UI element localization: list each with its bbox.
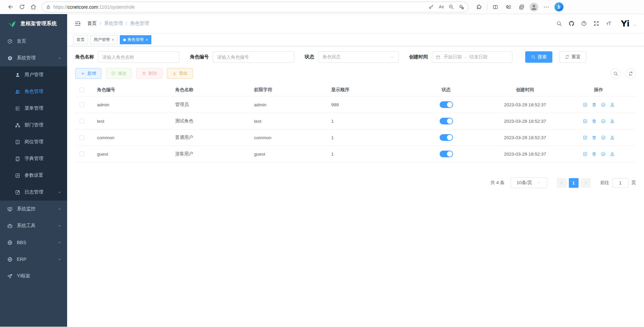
next-page-button[interactable] <box>581 178 591 188</box>
row-checkbox[interactable] <box>80 152 84 156</box>
col-perm-string: 权限字符 <box>251 87 328 93</box>
tab-user-mgmt[interactable]: 用户管理× <box>90 35 117 44</box>
sidebar-item-post-mgmt[interactable]: 岗位管理 <box>0 133 67 150</box>
role-name-input[interactable] <box>98 51 180 63</box>
github-icon[interactable] <box>568 20 575 26</box>
search-button[interactable]: 搜索 <box>525 51 552 63</box>
url-text[interactable]: https://ccnetcore.com:1101/system/role <box>53 4 135 10</box>
breadcrumb-home[interactable]: 首页 <box>87 20 97 26</box>
sidebar-item-system[interactable]: 系统管理 <box>0 50 67 66</box>
sidebar-item-dept-mgmt[interactable]: 部门管理 <box>0 117 67 133</box>
fullscreen-icon[interactable] <box>593 20 599 26</box>
favorites-bar-icon[interactable] <box>503 2 513 12</box>
home-icon[interactable] <box>28 1 39 13</box>
status-toggle[interactable] <box>440 134 453 141</box>
col-role-code: 角色编号 <box>89 87 172 93</box>
add-button[interactable]: 新增 <box>75 68 101 79</box>
reload-icon[interactable] <box>16 1 28 13</box>
row-checkbox[interactable] <box>80 102 84 107</box>
sidebar-logo[interactable]: 意框架管理系统 <box>0 14 67 33</box>
status-toggle[interactable] <box>440 101 453 108</box>
chevron-down-icon[interactable] <box>633 23 637 27</box>
sidebar-item-param-settings[interactable]: 参数设置 <box>0 167 67 184</box>
address-bar[interactable]: https://ccnetcore.com:1101/system/role <box>42 2 468 12</box>
check-circle-icon[interactable] <box>601 119 606 124</box>
assign-user-icon[interactable] <box>610 135 615 140</box>
edit-icon[interactable] <box>583 135 588 140</box>
edit-icon[interactable] <box>583 152 588 157</box>
sidebar-item-log-mgmt[interactable]: 日志管理 <box>0 184 67 201</box>
check-circle-icon[interactable] <box>601 152 606 157</box>
goto-page-input[interactable] <box>612 178 629 188</box>
export-button[interactable]: 导出 <box>167 68 193 79</box>
edit-icon[interactable] <box>583 119 588 124</box>
page-number-button[interactable]: 1 <box>569 178 579 188</box>
status-toggle[interactable] <box>440 151 453 157</box>
sidebar-item-menu-mgmt[interactable]: 菜单管理 <box>0 100 67 117</box>
delete-icon[interactable] <box>592 102 597 107</box>
reset-button[interactable]: 重置 <box>559 51 586 63</box>
search-circle-icon[interactable] <box>610 68 621 79</box>
sidebar-item-tools[interactable]: 系统工具 <box>0 217 67 234</box>
edit-icon[interactable] <box>583 102 588 107</box>
status-toggle[interactable] <box>440 118 453 124</box>
sidebar-item-erp[interactable]: ERP <box>0 251 67 268</box>
tab-role-mgmt[interactable]: 角色管理× <box>120 35 151 44</box>
sidebar-item-role-mgmt[interactable]: 角色管理 <box>0 83 67 100</box>
page-size-select[interactable]: 10条/页 <box>510 177 547 188</box>
download-icon <box>172 71 177 76</box>
more-icon[interactable] <box>541 2 551 12</box>
sidebar-item-monitor[interactable]: 系统监控 <box>0 201 67 217</box>
prev-page-button[interactable] <box>557 178 566 188</box>
font-size-icon[interactable] <box>606 20 612 26</box>
sidebar-item-user-mgmt[interactable]: 用户管理 <box>0 66 67 83</box>
extensions-icon[interactable] <box>474 2 484 12</box>
status-select[interactable]: 角色状态 <box>318 51 399 63</box>
check-circle-icon[interactable] <box>601 102 606 107</box>
role-code-input[interactable] <box>213 51 294 63</box>
close-icon[interactable]: × <box>146 38 148 42</box>
delete-icon[interactable] <box>592 119 597 124</box>
delete-button[interactable]: 删除 <box>136 68 162 79</box>
profile-avatar[interactable] <box>530 3 538 11</box>
help-icon[interactable] <box>581 20 587 26</box>
plus-icon <box>81 71 85 76</box>
assign-user-icon[interactable] <box>610 102 615 107</box>
sidebar-toggle-icon[interactable] <box>75 20 81 27</box>
modify-button[interactable]: 修改 <box>106 68 132 79</box>
start-date-placeholder[interactable]: 开始日期 <box>444 54 462 60</box>
user-logo[interactable]: Yi <box>621 19 629 29</box>
close-icon[interactable]: × <box>112 38 114 42</box>
collections-icon[interactable] <box>516 2 527 12</box>
sidebar-item-dict-mgmt[interactable]: 字典管理 <box>0 150 67 167</box>
zoom-out-icon[interactable] <box>446 2 456 12</box>
delete-icon[interactable] <box>592 135 597 140</box>
date-range-picker[interactable]: 开始日期 - 结束日期 <box>432 51 512 63</box>
delete-icon[interactable] <box>592 152 597 157</box>
bing-chat-icon[interactable]: b <box>554 2 563 11</box>
assign-user-icon[interactable] <box>610 119 615 124</box>
refresh-circle-icon[interactable] <box>626 68 636 79</box>
sidebar-item-bbs[interactable]: BBS <box>0 234 67 251</box>
favorite-add-icon[interactable] <box>456 2 466 12</box>
lock-icon[interactable] <box>43 2 53 12</box>
sidebar-item-yi-framework[interactable]: Yi框架 <box>0 268 67 284</box>
back-icon[interactable] <box>5 1 16 13</box>
sidebar-item-label: Yi框架 <box>17 273 30 279</box>
split-screen-icon[interactable] <box>490 2 500 12</box>
app-shell: 意框架管理系统 首页 系统管理 用户管理 角色管理 菜单管理 部门管理 <box>0 14 644 327</box>
col-created-time: 创建时间 <box>489 87 561 93</box>
breadcrumb-system[interactable]: 系统管理 <box>104 20 123 26</box>
check-circle-icon[interactable] <box>601 135 606 140</box>
password-key-icon[interactable] <box>426 2 436 12</box>
col-display-order: 显示顺序 <box>328 87 403 93</box>
tab-home[interactable]: 首页 <box>73 35 88 44</box>
select-all-checkbox[interactable] <box>80 88 84 92</box>
row-checkbox[interactable] <box>80 119 84 123</box>
sidebar-item-home[interactable]: 首页 <box>0 33 67 50</box>
search-icon[interactable] <box>556 20 562 26</box>
read-aloud-icon[interactable] <box>436 2 446 12</box>
assign-user-icon[interactable] <box>610 152 615 157</box>
end-date-placeholder[interactable]: 结束日期 <box>469 54 488 60</box>
row-checkbox[interactable] <box>80 135 84 140</box>
